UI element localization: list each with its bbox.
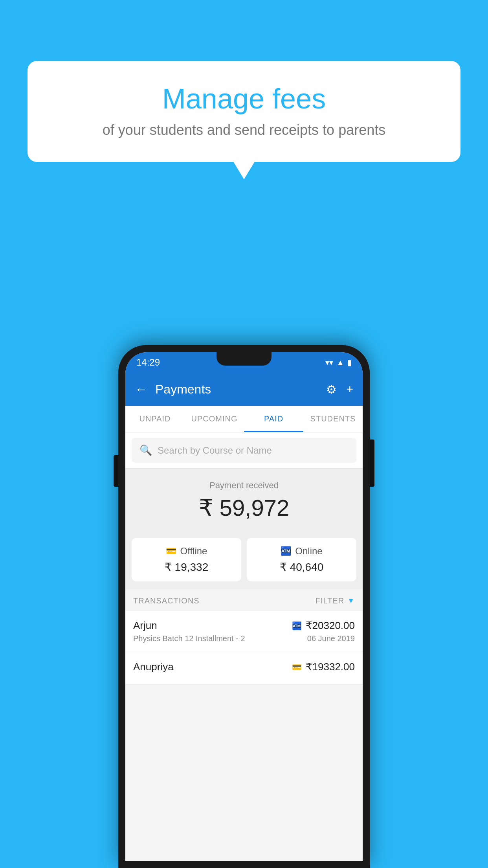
online-payment-icon: 🏧 <box>281 546 291 556</box>
online-amount: ₹ 40,640 <box>254 561 349 574</box>
bubble-title: Manage fees <box>51 83 437 115</box>
amount-row: 💳 ₹19332.00 <box>292 661 355 673</box>
transactions-header: TRANSACTIONS FILTER ▼ <box>125 589 363 611</box>
online-card-header: 🏧 Online <box>254 546 349 557</box>
offline-card: 💳 Offline ₹ 19,332 <box>132 538 241 581</box>
app-bar: ← Payments ⚙ + <box>125 373 363 406</box>
status-time: 14:29 <box>136 357 160 368</box>
offline-card-type: Offline <box>180 546 207 557</box>
payment-summary: Payment received ₹ 59,972 <box>125 469 363 531</box>
transaction-row-top: Arjun 🏧 ₹20320.00 <box>133 620 355 632</box>
online-card: 🏧 Online ₹ 40,640 <box>247 538 356 581</box>
speech-bubble: Manage fees of your students and send re… <box>28 61 460 162</box>
table-row[interactable]: Arjun 🏧 ₹20320.00 Physics Batch 12 Insta… <box>125 611 363 652</box>
cash-payment-icon: 💳 <box>292 662 302 672</box>
tab-students[interactable]: STUDENTS <box>303 406 363 432</box>
transaction-amount: ₹20320.00 <box>306 620 355 632</box>
filter-icon: ▼ <box>347 597 355 605</box>
transaction-amount: ₹19332.00 <box>306 661 355 673</box>
offline-amount: ₹ 19,332 <box>139 561 234 574</box>
settings-icon[interactable]: ⚙ <box>326 383 337 396</box>
tab-paid[interactable]: PAID <box>244 406 303 432</box>
student-name: Arjun <box>133 620 157 632</box>
signal-icon: ▲ <box>336 358 344 367</box>
payment-cards: 💳 Offline ₹ 19,332 🏧 Online ₹ 40,640 <box>125 531 363 589</box>
transaction-date: 06 June 2019 <box>307 634 355 643</box>
filter-label: FILTER <box>316 596 344 605</box>
battery-icon: ▮ <box>347 358 352 367</box>
phone-frame: 14:29 ▾▾ ▲ ▮ ← Payments ⚙ + UNPAID UPC <box>118 345 370 868</box>
course-info: Physics Batch 12 Installment - 2 <box>133 634 245 643</box>
search-container: 🔍 Search by Course or Name <box>125 432 363 469</box>
tab-upcoming[interactable]: UPCOMING <box>185 406 244 432</box>
transaction-row-bottom: Physics Batch 12 Installment - 2 06 June… <box>133 634 355 643</box>
payment-total-amount: ₹ 59,972 <box>133 495 355 521</box>
offline-card-header: 💳 Offline <box>139 546 234 557</box>
offline-payment-icon: 💳 <box>166 546 176 556</box>
app-bar-actions: ⚙ + <box>326 383 353 396</box>
amount-row: 🏧 ₹20320.00 <box>292 620 355 632</box>
app-bar-title: Payments <box>155 382 318 397</box>
transaction-row-top: Anupriya 💳 ₹19332.00 <box>133 661 355 673</box>
filter-button[interactable]: FILTER ▼ <box>316 596 355 605</box>
student-name: Anupriya <box>133 661 174 673</box>
transactions-label: TRANSACTIONS <box>133 596 200 605</box>
card-payment-icon: 🏧 <box>292 621 302 631</box>
phone-screen: 14:29 ▾▾ ▲ ▮ ← Payments ⚙ + UNPAID UPC <box>125 352 363 861</box>
phone-notch <box>216 352 272 366</box>
page-background: Manage fees of your students and send re… <box>0 0 488 868</box>
tabs-bar: UNPAID UPCOMING PAID STUDENTS <box>125 406 363 432</box>
transaction-list: Arjun 🏧 ₹20320.00 Physics Batch 12 Insta… <box>125 611 363 684</box>
search-icon: 🔍 <box>139 444 152 456</box>
status-icons: ▾▾ ▲ ▮ <box>325 358 352 367</box>
add-icon[interactable]: + <box>346 383 353 396</box>
wifi-icon: ▾▾ <box>325 358 333 367</box>
online-card-type: Online <box>295 546 322 557</box>
bubble-subtitle: of your students and send receipts to pa… <box>51 122 437 138</box>
back-button[interactable]: ← <box>135 382 147 397</box>
speech-bubble-container: Manage fees of your students and send re… <box>28 61 460 162</box>
search-bar[interactable]: 🔍 Search by Course or Name <box>132 438 356 463</box>
search-placeholder: Search by Course or Name <box>158 445 272 456</box>
table-row[interactable]: Anupriya 💳 ₹19332.00 <box>125 652 363 684</box>
tab-unpaid[interactable]: UNPAID <box>125 406 185 432</box>
payment-received-label: Payment received <box>133 480 355 491</box>
